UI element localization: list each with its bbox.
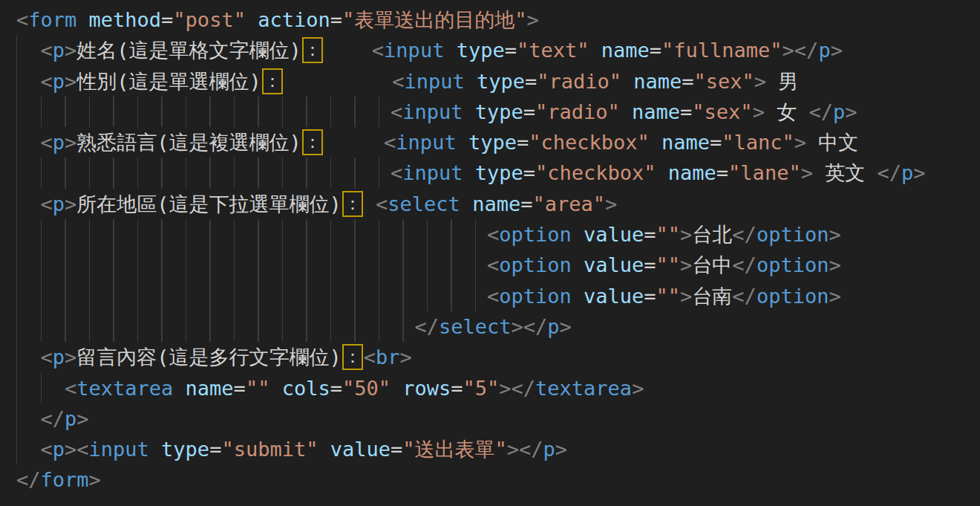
- code-token-punct: >: [507, 438, 519, 461]
- code-token-tag: p: [53, 438, 65, 461]
- code-token-tag: option: [757, 223, 829, 246]
- code-line[interactable]: <textarea name="" cols="50" rows="5"></t…: [16, 373, 980, 403]
- code-token-tag: option: [499, 285, 572, 308]
- code-token-punct: </: [414, 315, 439, 338]
- indent-guides: [16, 127, 41, 158]
- code-token-tag: option: [499, 253, 572, 276]
- code-token-attr: name: [173, 377, 233, 400]
- code-token-punct: >: [89, 468, 101, 491]
- code-token-attr: name: [621, 70, 682, 93]
- code-token-tag: form: [28, 8, 76, 31]
- indent-guides: [16, 97, 391, 127]
- code-token-punct: </: [794, 39, 819, 62]
- code-token-attr: type: [457, 131, 517, 154]
- code-token-tag: p: [543, 438, 555, 461]
- indent-guides: [16, 373, 65, 403]
- code-line[interactable]: <option value="">台北</option>: [16, 219, 980, 250]
- code-line[interactable]: <input type="radio" name="sex"> 女 </p>: [16, 97, 980, 127]
- code-token-eq: =: [330, 377, 342, 400]
- code-token-attr: rows: [391, 377, 451, 400]
- code-token-punct: <: [65, 377, 76, 400]
- code-token-punct: >: [754, 70, 766, 93]
- code-token-attr: action: [246, 8, 330, 31]
- code-token-str: "fullname": [662, 39, 783, 62]
- code-token-punct: </: [808, 100, 833, 123]
- code-token-str: "text": [517, 39, 589, 62]
- code-token-str: "post": [173, 8, 246, 31]
- code-line[interactable]: <p>姓名(這是單格文字欄位)： <input type="text" name…: [16, 35, 980, 65]
- code-token-str: "5": [463, 377, 500, 400]
- code-token-punct: >: [560, 315, 572, 338]
- code-token-punct: >: [65, 39, 76, 62]
- code-token-punct: >: [65, 192, 76, 215]
- code-line[interactable]: </select></p>: [16, 311, 980, 342]
- code-line[interactable]: <p><input type="submit" value="送出表單"></p…: [16, 434, 980, 464]
- unicode-highlight-box: ：: [302, 129, 323, 155]
- code-line[interactable]: <p>性別(這是單選欄位)： <input type="radio" name=…: [16, 66, 980, 97]
- code-token-punct: >: [680, 223, 692, 246]
- code-token-str: "表單送出的目的地": [342, 8, 527, 31]
- code-token-tag: br: [376, 346, 400, 369]
- code-token-eq: =: [520, 192, 532, 215]
- code-line[interactable]: <form method="post" action="表單送出的目的地">: [16, 4, 980, 35]
- code-token-punct: </: [523, 315, 548, 338]
- code-token-tag: p: [818, 39, 830, 62]
- code-token-punct: </: [732, 285, 757, 308]
- code-token-punct: </: [41, 407, 65, 430]
- code-token-tag: p: [901, 161, 913, 184]
- code-token-tag: p: [53, 192, 65, 215]
- code-token-eq: =: [523, 100, 535, 123]
- unicode-highlight-box: ：: [342, 191, 363, 217]
- code-token-punct: <: [487, 285, 499, 308]
- code-token-text: 性別(這是單選欄位): [76, 70, 261, 93]
- code-token-eq: =: [234, 377, 246, 400]
- code-line[interactable]: <p>所在地區(這是下拉選單欄位)： <select name="area">: [16, 189, 980, 219]
- code-token-eq: =: [330, 8, 342, 31]
- code-line[interactable]: </p>: [16, 403, 980, 434]
- code-token-punct: >: [400, 346, 412, 369]
- code-token-eq: =: [680, 100, 692, 123]
- code-token-attr: cols: [270, 377, 330, 400]
- indent-guides: [16, 434, 41, 464]
- code-line[interactable]: <p>留言內容(這是多行文字欄位)：<br>: [16, 342, 980, 372]
- code-token-punct: >: [680, 253, 692, 276]
- code-token-punct: >: [511, 315, 523, 338]
- code-token-punct: </: [877, 161, 901, 184]
- unicode-highlight-box: ：: [342, 344, 363, 370]
- code-token-punct: <: [487, 223, 499, 246]
- code-token-str: "radio": [537, 70, 621, 93]
- code-line[interactable]: </form>: [16, 464, 980, 495]
- code-token-punct: >: [76, 407, 88, 430]
- indent-guides: [16, 281, 487, 311]
- code-token-attr: method: [76, 8, 161, 31]
- code-token-text: 台中: [692, 253, 732, 276]
- indent-guides: [16, 158, 391, 188]
- code-token-eq: =: [161, 8, 173, 31]
- code-token-attr: name: [589, 39, 649, 62]
- code-token-punct: <: [376, 192, 388, 215]
- code-line[interactable]: <input type="checkbox" name="lane"> 英文 <…: [16, 158, 980, 188]
- code-token-str: "": [656, 253, 681, 276]
- code-token-punct: <: [41, 192, 53, 215]
- code-token-tag: p: [53, 346, 65, 369]
- code-line[interactable]: <option value="">台南</option>: [16, 281, 980, 311]
- code-token-str: "area": [532, 192, 605, 215]
- code-token-tag: form: [41, 468, 89, 491]
- code-token-text: 英文: [813, 161, 878, 184]
- code-token-text: 男: [766, 70, 798, 93]
- code-line[interactable]: <p>熟悉語言(這是複選欄位)： <input type="checkbox" …: [16, 127, 980, 158]
- code-token-eq: =: [525, 70, 537, 93]
- code-token-tag: textarea: [535, 377, 632, 400]
- code-token-punct: <: [384, 131, 396, 154]
- code-token-str: "submit": [221, 438, 318, 461]
- code-token-punct: <: [487, 253, 499, 276]
- code-token-str: "50": [342, 377, 391, 400]
- code-token-punct: >: [829, 223, 840, 246]
- indent-guides: [16, 342, 41, 372]
- code-token-eq: =: [209, 438, 221, 461]
- code-token-attr: name: [460, 192, 520, 215]
- unicode-highlight-box: ：: [302, 37, 323, 63]
- code-line[interactable]: <option value="">台中</option>: [16, 250, 980, 280]
- code-editor[interactable]: <form method="post" action="表單送出的目的地"><p…: [0, 0, 980, 506]
- code-token-eq: =: [523, 161, 535, 184]
